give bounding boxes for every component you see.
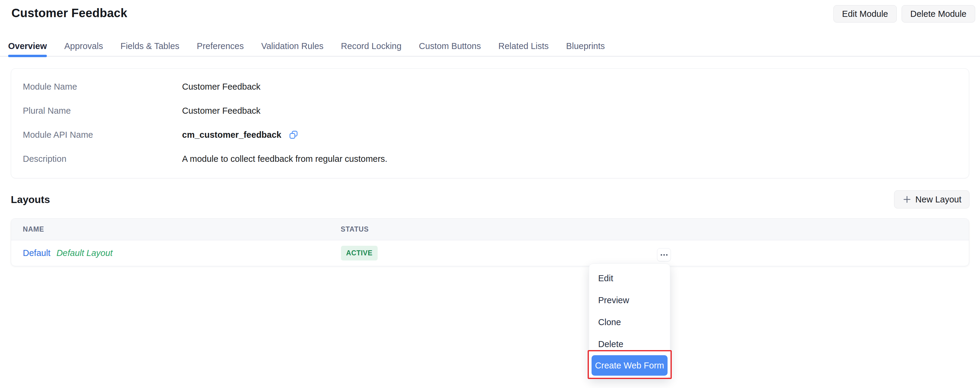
page-header: Customer Feedback Edit Module Delete Mod…	[0, 0, 980, 36]
layouts-table: NAME STATUS Default Default Layout ACTIV…	[11, 218, 969, 266]
row-actions-button[interactable]	[657, 248, 671, 261]
tab-bar: Overview Approvals Fields & Tables Prefe…	[0, 36, 980, 57]
new-layout-label: New Layout	[915, 195, 961, 204]
plural-name-row: Plural Name Customer Feedback	[23, 99, 957, 123]
tab-custom-buttons[interactable]: Custom Buttons	[419, 36, 481, 56]
kebab-icon	[661, 254, 668, 255]
layouts-section-header: Layouts New Layout	[11, 190, 969, 209]
module-name-value: Customer Feedback	[182, 82, 261, 92]
description-label: Description	[23, 154, 182, 164]
plural-name-label: Plural Name	[23, 106, 182, 116]
header-actions: Edit Module Delete Module	[834, 5, 975, 22]
tab-related-lists[interactable]: Related Lists	[498, 36, 549, 56]
copy-icon	[289, 130, 298, 139]
tab-preferences[interactable]: Preferences	[197, 36, 243, 56]
tab-record-locking[interactable]: Record Locking	[341, 36, 402, 56]
tab-validation-rules[interactable]: Validation Rules	[261, 36, 323, 56]
row-actions-menu: Edit Preview Clone Delete Create Web For…	[589, 263, 670, 378]
tab-overview[interactable]: Overview	[8, 36, 47, 56]
table-header-row: NAME STATUS	[11, 219, 969, 240]
delete-module-button[interactable]: Delete Module	[902, 5, 975, 22]
plural-name-value: Customer Feedback	[182, 106, 261, 116]
layouts-heading: Layouts	[11, 194, 50, 206]
api-name-row: Module API Name cm_customer_feedback	[23, 123, 957, 147]
tab-fields-tables[interactable]: Fields & Tables	[121, 36, 179, 56]
status-badge: ACTIVE	[341, 246, 378, 260]
table-row: Default Default Layout ACTIVE	[11, 240, 969, 266]
create-web-form-button[interactable]: Create Web Form	[592, 355, 668, 376]
menu-item-preview[interactable]: Preview	[589, 289, 670, 311]
tab-blueprints[interactable]: Blueprints	[566, 36, 605, 56]
menu-item-delete[interactable]: Delete	[589, 333, 670, 355]
plus-icon	[902, 195, 912, 204]
copy-api-name-button[interactable]	[289, 130, 298, 139]
layout-type-label: Default Layout	[56, 248, 113, 258]
api-name-label: Module API Name	[23, 130, 182, 140]
module-name-row: Module Name Customer Feedback	[23, 75, 957, 99]
layout-name-link[interactable]: Default	[23, 248, 51, 258]
module-name-label: Module Name	[23, 82, 182, 92]
module-settings-page: Customer Feedback Edit Module Delete Mod…	[0, 0, 980, 388]
description-row: Description A module to collect feedback…	[23, 147, 957, 171]
module-info-card: Module Name Customer Feedback Plural Nam…	[11, 68, 969, 178]
api-name-value: cm_customer_feedback	[182, 130, 281, 140]
description-value: A module to collect feedback from regula…	[182, 154, 387, 164]
new-layout-button[interactable]: New Layout	[894, 190, 969, 208]
edit-module-button[interactable]: Edit Module	[834, 5, 897, 22]
column-header-status: STATUS	[341, 225, 369, 233]
column-header-name: NAME	[11, 225, 44, 233]
menu-item-clone[interactable]: Clone	[589, 311, 670, 333]
page-title: Customer Feedback	[11, 5, 127, 21]
tab-approvals[interactable]: Approvals	[64, 36, 103, 56]
menu-item-edit[interactable]: Edit	[589, 267, 670, 289]
